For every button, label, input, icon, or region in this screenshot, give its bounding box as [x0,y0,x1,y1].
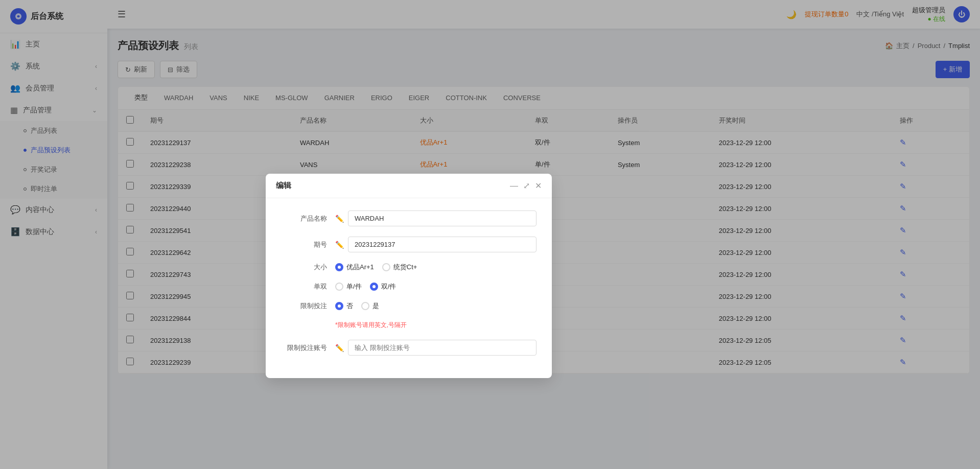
size-youpin-label: 优品Ar+1 [346,263,374,272]
period-edit-icon: ✏️ [335,241,344,249]
double-radio[interactable] [370,283,378,291]
restrict-radio-group: 否 是 [335,301,379,311]
single-double-radio-group: 单/件 双/件 [335,282,396,291]
size-youpin-radio[interactable] [335,263,343,271]
period-input[interactable] [348,237,536,252]
restrict-accounts-row: 限制投注账号 ✏️ [281,340,536,356]
single-double-label: 单双 [281,282,327,291]
single-radio[interactable] [335,283,343,291]
product-name-edit-icon: ✏️ [335,215,344,223]
restrict-row: 限制投注 否 是 [281,301,536,311]
modal-overlay: 编辑 — ⤢ ✕ 产品名称 ✏️ 期号 ✏️ [0,0,980,469]
modal-controls: — ⤢ ✕ [510,181,542,191]
modal-minimize-button[interactable]: — [510,181,518,191]
size-tonghuo-radio[interactable] [382,263,390,271]
period-label: 期号 [281,240,327,249]
product-name-row: 产品名称 ✏️ [281,210,536,226]
warning-text: *限制账号请用英文,号隔开 [335,321,407,330]
product-name-input[interactable] [348,210,536,226]
double-option[interactable]: 双/件 [370,282,396,291]
product-name-label: 产品名称 [281,214,327,223]
warning-row: *限制账号请用英文,号隔开 [281,321,536,330]
single-option[interactable]: 单/件 [335,282,362,291]
double-label: 双/件 [381,282,396,291]
size-youpin-option[interactable]: 优品Ar+1 [335,263,374,272]
modal-expand-button[interactable]: ⤢ [523,181,530,191]
size-radio-group: 优品Ar+1 统货Ct+ [335,263,417,272]
restrict-accounts-input[interactable] [348,340,536,356]
restrict-accounts-control: ✏️ [335,340,536,356]
restrict-accounts-label: 限制投注账号 [281,343,327,353]
restrict-yes-label: 是 [372,301,379,311]
single-double-row: 单双 单/件 双/件 [281,282,536,291]
restrict-no-option[interactable]: 否 [335,301,353,311]
modal-title: 编辑 [276,181,291,191]
product-name-control: ✏️ [335,210,536,226]
size-tonghuo-option[interactable]: 统货Ct+ [382,263,417,272]
period-row: 期号 ✏️ [281,237,536,252]
restrict-label: 限制投注 [281,301,327,311]
size-row: 大小 优品Ar+1 统货Ct+ [281,263,536,272]
modal-body: 产品名称 ✏️ 期号 ✏️ 大小 优品 [266,198,552,378]
size-tonghuo-label: 统货Ct+ [393,263,417,272]
edit-modal: 编辑 — ⤢ ✕ 产品名称 ✏️ 期号 ✏️ [266,174,552,378]
size-label: 大小 [281,263,327,272]
modal-header: 编辑 — ⤢ ✕ [266,174,552,198]
period-control: ✏️ [335,237,536,252]
restrict-accounts-edit-icon: ✏️ [335,344,344,352]
single-label: 单/件 [346,282,362,291]
restrict-yes-option[interactable]: 是 [361,301,379,311]
restrict-no-radio[interactable] [335,302,343,310]
restrict-yes-radio[interactable] [361,302,369,310]
modal-close-button[interactable]: ✕ [535,181,542,191]
restrict-no-label: 否 [346,301,353,311]
